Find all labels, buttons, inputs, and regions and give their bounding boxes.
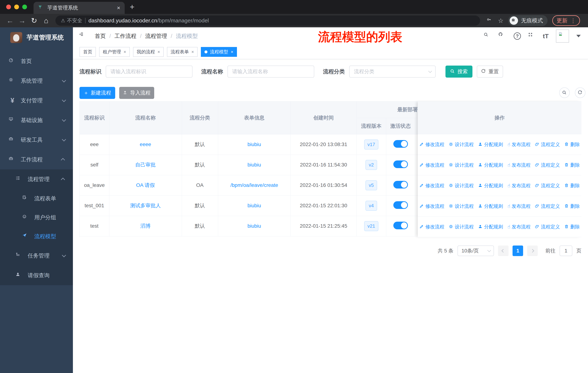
avatar[interactable]	[556, 30, 569, 43]
action-delete[interactable]: 删除	[564, 162, 580, 168]
action-process-definition[interactable]: 流程定义	[535, 203, 560, 210]
action-edit-process[interactable]: 修改流程	[420, 224, 444, 230]
tag-my-process[interactable]: 我的流程×	[133, 47, 164, 57]
active-toggle[interactable]	[393, 201, 408, 209]
browser-update-button[interactable]: 更新 ⋮	[552, 15, 580, 26]
filter-name-input[interactable]	[228, 66, 314, 78]
form-link[interactable]: biubiu	[248, 203, 261, 208]
action-edit-process[interactable]: 修改流程	[420, 141, 444, 148]
reload-icon[interactable]: ↻	[29, 16, 39, 25]
form-link[interactable]: biubiu	[248, 162, 261, 168]
action-design-process[interactable]: 设计流程	[449, 203, 474, 210]
import-process-button[interactable]: 导入流程	[119, 87, 154, 99]
page-number-button[interactable]: 1	[513, 245, 523, 256]
action-assign-rule[interactable]: 分配规则	[478, 203, 503, 210]
process-name-link[interactable]: OA 请假	[136, 182, 155, 188]
bookmark-star-icon[interactable]: ☆	[498, 17, 504, 24]
form-link[interactable]: /bpm/oa/leave/create	[230, 182, 278, 188]
create-process-button[interactable]: ＋ 新建流程	[79, 87, 115, 99]
action-publish-process[interactable]: ☝发布流程	[507, 162, 531, 168]
action-delete[interactable]: 删除	[564, 224, 580, 230]
maximize-window-button[interactable]	[22, 5, 27, 9]
font-size-icon[interactable]	[543, 33, 549, 40]
password-key-icon[interactable]	[487, 17, 493, 24]
fullscreen-icon[interactable]	[528, 32, 536, 40]
sidebar-item-task-management[interactable]: 任务管理	[0, 246, 73, 266]
filter-id-input[interactable]	[106, 66, 192, 78]
action-assign-rule[interactable]: 分配规则	[478, 224, 503, 230]
breadcrumb-home[interactable]: 首页	[95, 32, 106, 40]
search-button[interactable]: 搜索	[445, 66, 472, 78]
version-badge[interactable]: v17	[364, 140, 378, 150]
close-icon[interactable]: ×	[124, 49, 126, 54]
page-size-select[interactable]: 10条/页	[458, 245, 494, 256]
security-warning[interactable]: ⚠不安全	[61, 17, 82, 24]
action-process-definition[interactable]: 流程定义	[535, 162, 560, 168]
sidebar-item-process-model[interactable]: 流程模型	[0, 227, 73, 246]
sidebar-item-leave-query[interactable]: 请假查询	[0, 266, 73, 285]
sidebar-item-process-management[interactable]: 流程管理	[0, 169, 73, 189]
close-window-button[interactable]	[6, 5, 11, 9]
action-process-definition[interactable]: 流程定义	[535, 224, 560, 230]
back-icon[interactable]: ←	[5, 17, 15, 25]
new-tab-button[interactable]: +	[130, 2, 135, 11]
action-delete[interactable]: 删除	[564, 203, 580, 210]
breadcrumb-workflow[interactable]: 工作流程	[115, 32, 136, 40]
tag-home[interactable]: 首页	[79, 47, 96, 57]
action-delete[interactable]: 删除	[564, 141, 580, 148]
home-icon[interactable]: ⌂	[41, 17, 51, 25]
sidebar-fold-icon[interactable]	[79, 32, 87, 40]
active-toggle[interactable]	[393, 140, 408, 148]
action-delete[interactable]: 删除	[564, 182, 580, 189]
action-design-process[interactable]: 设计流程	[449, 141, 474, 148]
browser-menu-icon[interactable]: ⋮	[570, 18, 576, 24]
help-icon[interactable]: ?	[514, 32, 521, 40]
tab-close-icon[interactable]: ×	[117, 5, 120, 11]
action-design-process[interactable]: 设计流程	[449, 182, 474, 189]
action-edit-process[interactable]: 修改流程	[420, 203, 444, 210]
sidebar-logo-row[interactable]: 芋道管理系统	[0, 27, 73, 48]
action-assign-rule[interactable]: 分配规则	[478, 182, 503, 189]
action-publish-process[interactable]: ☝发布流程	[507, 182, 531, 189]
action-design-process[interactable]: 设计流程	[449, 162, 474, 168]
action-assign-rule[interactable]: 分配规则	[478, 141, 503, 148]
sidebar-item-dev-tools[interactable]: 研发工具	[0, 130, 73, 150]
minimize-window-button[interactable]	[14, 5, 19, 9]
action-edit-process[interactable]: 修改流程	[420, 162, 444, 168]
breadcrumb-process-management[interactable]: 流程管理	[145, 32, 167, 40]
form-link[interactable]: biubiu	[248, 141, 261, 147]
sidebar-item-system[interactable]: 系统管理	[0, 71, 73, 91]
close-icon[interactable]: ×	[191, 49, 194, 54]
process-name-link[interactable]: 测试多审批人	[130, 203, 161, 208]
form-link[interactable]: biubiu	[248, 223, 261, 229]
goto-page-input[interactable]	[560, 245, 572, 256]
action-publish-process[interactable]: ☝发布流程	[507, 224, 531, 230]
avatar-caret-icon[interactable]	[576, 35, 581, 37]
active-toggle[interactable]	[393, 161, 408, 168]
active-toggle[interactable]	[393, 222, 408, 229]
tag-process-model[interactable]: 流程模型×	[201, 47, 237, 57]
sidebar-item-user-group[interactable]: 用户分组	[0, 208, 73, 227]
sidebar-item-process-form[interactable]: 流程表单	[0, 189, 73, 208]
action-edit-process[interactable]: 修改流程	[420, 182, 444, 189]
active-toggle[interactable]	[393, 181, 408, 189]
browser-tab[interactable]: 芋道管理系统 ×	[33, 2, 125, 14]
version-badge[interactable]: v5	[366, 180, 377, 190]
version-badge[interactable]: v2	[366, 160, 377, 170]
tag-process-form[interactable]: 流程表单×	[167, 47, 198, 57]
next-page-button[interactable]	[527, 245, 538, 256]
address-bar[interactable]: ⚠不安全 dashboard.yudao.iocoder.cn/bpm/mana…	[55, 15, 480, 26]
forward-icon[interactable]: →	[17, 17, 27, 25]
action-process-definition[interactable]: 流程定义	[535, 182, 560, 189]
action-design-process[interactable]: 设计流程	[449, 224, 474, 230]
process-name-link[interactable]: eeee	[140, 141, 151, 147]
sidebar-item-home[interactable]: 首页	[0, 51, 73, 71]
version-badge[interactable]: v4	[366, 201, 377, 211]
refresh-table-button[interactable]	[575, 87, 586, 98]
sidebar-item-workflow[interactable]: 工作流程	[0, 150, 73, 169]
search-icon[interactable]	[484, 32, 491, 40]
github-icon[interactable]	[498, 32, 506, 40]
process-name-link[interactable]: 滔博	[140, 223, 151, 229]
close-icon[interactable]: ×	[158, 49, 160, 54]
action-assign-rule[interactable]: 分配规则	[478, 162, 503, 168]
